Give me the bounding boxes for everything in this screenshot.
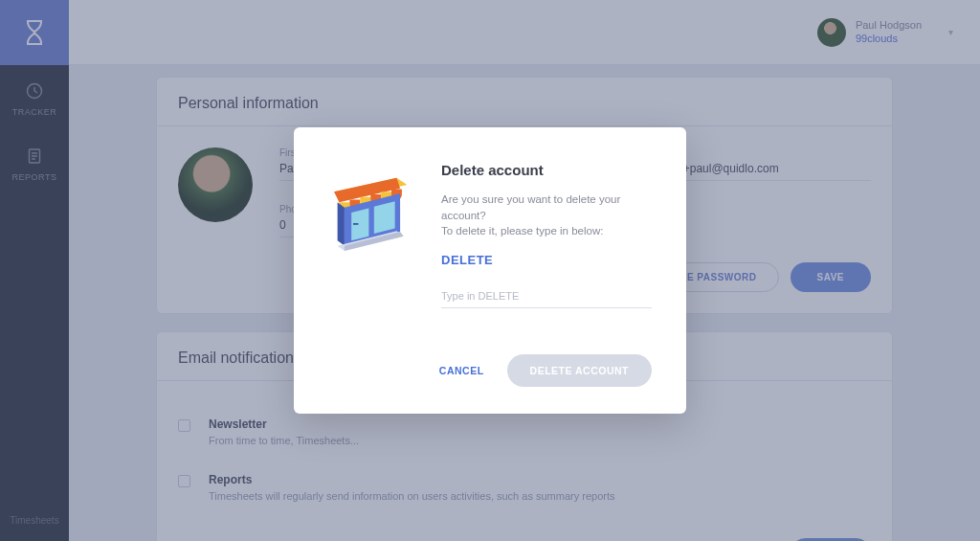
- modal-content: Delete account Are you sure you want to …: [441, 162, 652, 308]
- cancel-button[interactable]: CANCEL: [439, 365, 484, 376]
- modal-text-line: To delete it, please type in below:: [441, 225, 603, 237]
- modal-top: Delete account Are you sure you want to …: [328, 162, 652, 308]
- modal-title: Delete account: [441, 162, 652, 178]
- storefront-icon: [328, 166, 416, 261]
- delete-account-modal: Delete account Are you sure you want to …: [294, 127, 686, 414]
- modal-text-line: Are you sure you want to delete your acc…: [441, 193, 620, 221]
- delete-account-button[interactable]: DELETE ACCOUNT: [507, 354, 652, 387]
- modal-overlay[interactable]: Delete account Are you sure you want to …: [0, 0, 980, 541]
- modal-keyword: DELETE: [441, 253, 652, 267]
- svg-marker-5: [338, 202, 345, 245]
- modal-actions: CANCEL DELETE ACCOUNT: [328, 354, 652, 387]
- svg-rect-8: [353, 223, 358, 225]
- svg-marker-7: [374, 201, 395, 234]
- modal-text: Are you sure you want to delete your acc…: [441, 192, 652, 239]
- delete-confirm-input[interactable]: [441, 286, 652, 308]
